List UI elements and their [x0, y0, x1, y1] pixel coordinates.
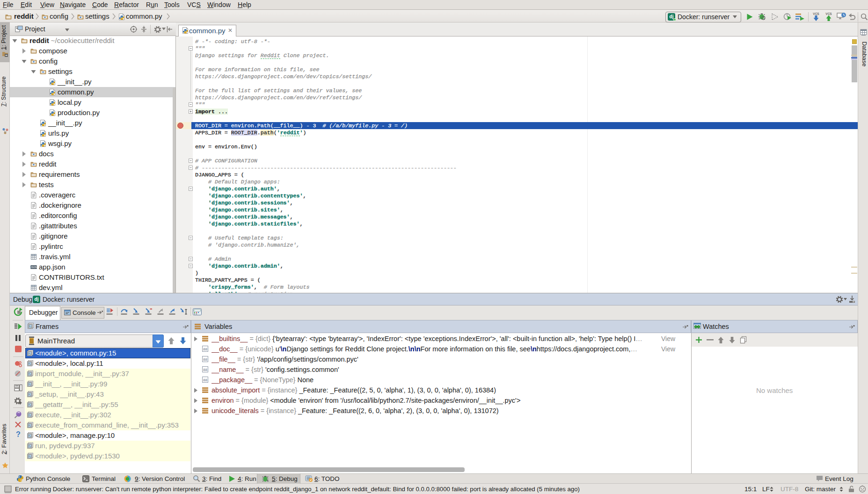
svg-text:88: 88 [203, 357, 207, 362]
svg-text:88: 88 [203, 347, 207, 351]
svg-text:VCS: VCS [825, 12, 832, 15]
svg-text:88: 88 [203, 368, 207, 372]
svg-text:88: 88 [203, 378, 207, 382]
svg-text:VCS: VCS [813, 12, 819, 15]
svg-text:JSON: JSON [30, 266, 37, 269]
